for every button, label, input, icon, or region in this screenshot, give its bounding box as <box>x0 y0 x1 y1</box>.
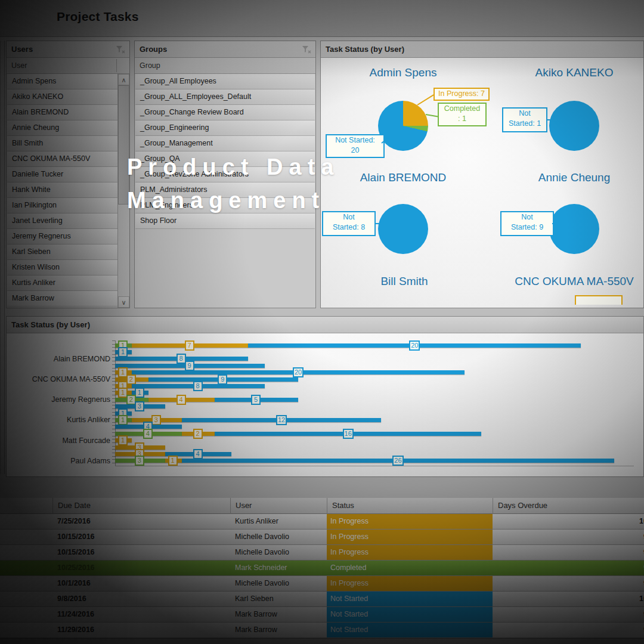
pie-chart[interactable] <box>378 101 428 151</box>
user-row[interactable]: Admin Spens <box>7 74 117 89</box>
cell-user[interactable]: Mark Barrow <box>230 607 327 622</box>
cell-status[interactable]: Not Started <box>327 607 493 622</box>
cell-status[interactable]: Not Started <box>327 623 493 637</box>
cell-date[interactable]: 10/15/2016 <box>52 530 230 544</box>
filter-x-icon[interactable] <box>302 45 311 54</box>
cell-blank[interactable] <box>0 545 52 560</box>
users-column-header-label: User <box>11 61 27 70</box>
cell-days[interactable]: 9 <box>493 576 644 591</box>
cell-user[interactable]: Karl Sieben <box>230 592 327 606</box>
cell-blank[interactable] <box>0 514 52 529</box>
callout-connector <box>552 223 555 224</box>
cell-date[interactable]: 10/1/2016 <box>52 576 230 591</box>
cropped-left-panel-edge <box>0 41 5 474</box>
cell-days[interactable]: 9 <box>493 545 644 560</box>
group-row[interactable]: _Group_Management <box>135 136 315 151</box>
cell-date[interactable]: 7/25/2016 <box>52 514 230 529</box>
bar-panel-caption: Task Status (by User) <box>7 317 643 333</box>
cell-status[interactable]: In Progress <box>327 545 493 560</box>
pie-chart[interactable] <box>549 101 599 151</box>
table-row[interactable]: 11/29/2016Mark BarrowNot Started9 <box>0 623 644 638</box>
user-row[interactable]: Ian Pilkington <box>7 198 117 213</box>
users-panel: Users User Admin SpensAkiko KANEKOAlain … <box>6 41 130 308</box>
cell-date[interactable]: 10/25/2016 <box>52 561 230 575</box>
cell-status[interactable]: Not Started <box>327 592 493 606</box>
cell-days[interactable]: 9 <box>493 623 644 637</box>
user-row[interactable]: Annie Cheung <box>7 120 117 136</box>
cell-status[interactable]: In Progress <box>327 576 493 591</box>
cell-user[interactable]: Michelle Davolio <box>230 545 327 560</box>
status-badge: In Progress <box>327 576 493 591</box>
user-row[interactable]: Kristen Wilson <box>7 260 117 275</box>
cell-date[interactable]: 9/8/2016 <box>52 592 230 606</box>
pie-chart[interactable] <box>549 204 599 254</box>
cell-days[interactable]: 9 <box>493 561 644 575</box>
cell-user[interactable]: Michelle Davolio <box>230 530 327 544</box>
group-row[interactable]: _Group_Change Review Board <box>135 105 315 120</box>
group-row[interactable]: _Group_Engineering <box>135 120 315 136</box>
cell-status[interactable]: Completed <box>327 561 493 575</box>
user-row[interactable]: Danielle Tucker <box>7 167 117 182</box>
cell-blank[interactable] <box>0 607 52 622</box>
bar-value-label: 1 <box>168 456 178 466</box>
user-row[interactable]: Mark Barrow <box>7 291 117 306</box>
groups-column-header[interactable]: Group <box>135 58 315 74</box>
user-row[interactable]: Alain BREMOND <box>7 105 117 120</box>
cell-status[interactable]: In Progress <box>327 514 493 529</box>
user-row[interactable]: Hank White <box>7 182 117 198</box>
cell-user[interactable]: Mark Schneider <box>230 561 327 575</box>
pie-callout-label: Not Started: 9 <box>500 211 554 236</box>
user-row[interactable]: Kurtis Anliker <box>7 275 117 291</box>
user-row[interactable]: CNC OKUMA MA-550V <box>7 151 117 167</box>
user-row[interactable]: Karl Sieben <box>7 244 117 260</box>
table-row[interactable]: 9/8/2016Karl SiebenNot Started10 <box>0 592 644 607</box>
table-row[interactable]: 10/15/2016Michelle DavolioIn Progress9 <box>0 530 644 545</box>
table-header-blank[interactable] <box>0 498 52 514</box>
task-status-bar-panel: Task Status (by User) 17201Alain BREMOND… <box>6 316 644 477</box>
cell-blank[interactable] <box>0 623 52 637</box>
scroll-down-arrow[interactable]: ∨ <box>118 296 129 308</box>
cell-blank[interactable] <box>0 576 52 591</box>
cell-blank[interactable] <box>0 561 52 575</box>
cell-user[interactable]: Michelle Davolio <box>230 576 327 591</box>
cell-days[interactable]: 9 <box>493 607 644 622</box>
bar-value-label: 3 <box>151 415 161 425</box>
table-row[interactable]: 11/24/2016Mark BarrowNot Started9 <box>0 607 644 623</box>
pie-chart[interactable] <box>378 204 428 254</box>
group-row[interactable]: _Group_ALL_Employees_Default <box>135 89 315 105</box>
table-header-user[interactable]: User <box>230 498 327 514</box>
status-badge: In Progress <box>327 545 493 560</box>
bar-value-label: 7 <box>185 340 194 351</box>
user-row[interactable]: Janet Leverling <box>7 213 117 229</box>
dashboard-root: Project Tasks Users User Admin SpensAkik… <box>0 0 644 644</box>
users-list: Admin SpensAkiko KANEKOAlain BREMONDAnni… <box>7 74 117 306</box>
cell-days[interactable]: 10 <box>493 514 644 529</box>
user-row[interactable]: Bill Smith <box>7 136 117 151</box>
table-header-days-overdue[interactable]: Days Overdue <box>493 498 644 514</box>
cell-user[interactable]: Mark Barrow <box>230 623 327 637</box>
cell-days[interactable]: 10 <box>493 592 644 606</box>
scroll-up-arrow[interactable]: ∧ <box>118 74 129 85</box>
cell-date[interactable]: 10/15/2016 <box>52 545 230 560</box>
cell-user[interactable]: Kurtis Anliker <box>230 514 327 529</box>
group-row[interactable]: _Group_All Employees <box>135 74 315 89</box>
cell-blank[interactable] <box>0 530 52 544</box>
cell-status[interactable]: In Progress <box>327 530 493 544</box>
cell-blank[interactable] <box>0 592 52 606</box>
user-row[interactable]: Jeremy Regnerus <box>7 229 117 244</box>
user-row[interactable]: Akiko KANEKO <box>7 89 117 105</box>
cell-date[interactable]: 11/29/2016 <box>52 623 230 637</box>
table-header-due-date[interactable]: Due Date <box>52 498 230 514</box>
bar-value-label: 5 <box>251 395 261 405</box>
cell-date[interactable]: 11/24/2016 <box>52 607 230 622</box>
table-row[interactable]: 10/15/2016Michelle DavolioIn Progress9 <box>0 545 644 561</box>
users-column-header[interactable]: User <box>7 58 129 74</box>
cell-days[interactable]: 9 <box>493 530 644 544</box>
table-header-status[interactable]: Status <box>327 498 493 514</box>
title-bar: Project Tasks <box>0 0 644 37</box>
table-row[interactable]: 10/1/2016Michelle DavolioIn Progress9 <box>0 576 644 592</box>
bar-value-label: 4 <box>143 429 153 439</box>
filter-x-icon[interactable] <box>116 45 125 54</box>
table-row[interactable]: 7/25/2016Kurtis AnlikerIn Progress10 <box>0 514 644 530</box>
table-row[interactable]: 10/25/2016Mark SchneiderCompleted9 <box>0 561 644 576</box>
